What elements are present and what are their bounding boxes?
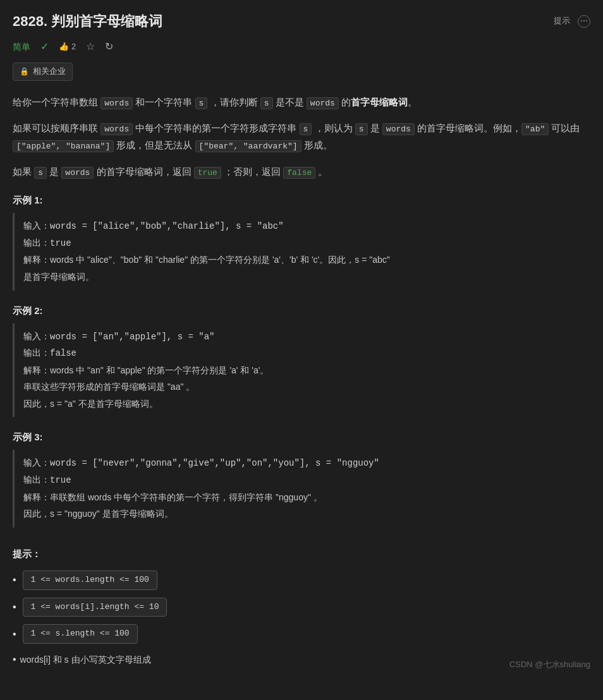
code-words-5: words xyxy=(61,167,94,179)
example-3-title: 示例 3: xyxy=(13,430,590,445)
like-count: 2 xyxy=(71,40,76,54)
example-3-explanation: 解释：串联数组 words 中每个字符串的第一个字符，得到字符串 "ngguoy… xyxy=(23,489,582,522)
example-1-title: 示例 1: xyxy=(13,193,590,208)
code-s-5: s xyxy=(34,167,47,179)
hint-code-3: 1 <= s.length <= 100 xyxy=(23,624,138,644)
thumb-up-icon: 👍 xyxy=(59,40,69,54)
bullet-2: • xyxy=(13,599,16,615)
code-false: false xyxy=(283,167,315,179)
example-1-output: 输出：true xyxy=(23,235,582,252)
example-3-exp-line2: 因此，s = "ngguoy" 是首字母缩略词。 xyxy=(23,509,173,519)
example-3: 示例 3: 输入：words = ["never","gonna","give"… xyxy=(13,430,590,527)
code-s-1: s xyxy=(195,97,208,109)
code-ab: "ab" xyxy=(521,123,549,135)
header-actions: 提示 ⋯ xyxy=(554,15,590,28)
description-para2: 如果可以按顺序串联 words 中每个字符串的第一个字符形成字符串 s ，则认为… xyxy=(13,119,590,154)
code-s-4: s xyxy=(355,123,368,135)
hint-item-2: • 1 <= words[i].length <= 10 xyxy=(13,598,590,617)
example-1-input: 输入：words = ["alice","bob","charlie"], s … xyxy=(23,218,582,235)
example-3-input: 输入：words = ["never","gonna","give","up",… xyxy=(23,455,582,472)
hint-code-1: 1 <= words.length <= 100 xyxy=(23,570,157,590)
example-2: 示例 2: 输入：words = ["an","apple"], s = "a"… xyxy=(13,303,590,418)
code-words-2: words xyxy=(307,97,339,109)
code-s-3: s xyxy=(300,123,312,135)
example-2-output: 输出：false xyxy=(23,345,582,362)
example-2-explanation: 解释：words 中 "an" 和 "apple" 的第一个字符分别是 'a' … xyxy=(23,362,582,413)
example-1-exp-line1: 解释：words 中 "alice"、"bob" 和 "charlie" 的第一… xyxy=(23,255,390,265)
example-3-exp-line1: 解释：串联数组 words 中每个字符串的第一个字符，得到字符串 "ngguoy… xyxy=(23,492,322,502)
hints-title: 提示： xyxy=(13,546,590,562)
key-term: 首字母缩略词 xyxy=(351,97,408,107)
bottom-constraint-content: words[i] 和 s 由小写英文字母组成 xyxy=(20,653,151,667)
example-2-exp-line2: 串联这些字符形成的首字母缩略词是 "aa" 。 xyxy=(23,382,195,392)
example-3-block: 输入：words = ["never","gonna","give","up",… xyxy=(13,450,590,527)
example-1-block: 输入：words = ["alice","bob","charlie"], s … xyxy=(13,213,590,290)
example-2-exp-line3: 因此，s = "a" 不是首字母缩略词。 xyxy=(23,399,158,409)
example-1-exp-line2: 是首字母缩略词。 xyxy=(23,272,94,282)
code-apple-banana: ["apple", "banana"] xyxy=(13,140,114,152)
example-2-title: 示例 2: xyxy=(13,303,590,318)
example-3-output: 输出：true xyxy=(23,472,582,489)
star-button[interactable]: ☆ xyxy=(86,39,95,55)
code-words-1: words xyxy=(100,97,133,109)
company-badge-label: 相关企业 xyxy=(33,65,66,78)
page-title: 2828. 判别首字母缩略词 xyxy=(13,10,162,32)
example-2-block: 输入：words = ["an","apple"], s = "a" 输出：fa… xyxy=(13,323,590,418)
example-2-input: 输入：words = ["an","apple"], s = "a" xyxy=(23,329,582,346)
header: 2828. 判别首字母缩略词 提示 ⋯ xyxy=(13,10,590,32)
code-s-2: s xyxy=(260,97,273,109)
hint-button[interactable]: 提示 xyxy=(554,15,570,28)
hint-item-3: • 1 <= s.length <= 100 xyxy=(13,624,590,644)
like-button[interactable]: 👍 2 xyxy=(59,40,76,54)
bullet-3: • xyxy=(13,626,16,643)
toolbar: 简单 ✓ 👍 2 ☆ ↻ xyxy=(13,39,590,55)
bottom-constraint-text: • words[i] 和 s 由小写英文字母组成 xyxy=(13,651,590,668)
hint-item-1: • 1 <= words.length <= 100 xyxy=(13,570,590,590)
company-badge[interactable]: 🔒 相关企业 xyxy=(13,63,73,81)
refresh-button[interactable]: ↻ xyxy=(105,39,113,55)
csdn-watermark: CSDN @七水shuliang xyxy=(509,658,590,672)
hints-section: 提示： • 1 <= words.length <= 100 • 1 <= wo… xyxy=(13,546,590,668)
example-1-explanation: 解释：words 中 "alice"、"bob" 和 "charlie" 的第一… xyxy=(23,251,582,285)
bullet-1: • xyxy=(13,572,16,588)
code-words-4: words xyxy=(382,123,415,135)
example-1: 示例 1: 输入：words = ["alice","bob","charlie… xyxy=(13,193,590,290)
description-para3: 如果 s 是 words 的首字母缩略词，返回 true ；否则，返回 fals… xyxy=(13,163,590,180)
menu-icon[interactable]: ⋯ xyxy=(578,15,590,28)
problem-description: 给你一个字符串数组 words 和一个字符串 s ，请你判断 s 是不是 wor… xyxy=(13,94,590,181)
difficulty-badge: 简单 xyxy=(13,40,30,54)
check-icon: ✓ xyxy=(40,39,49,55)
description-para1: 给你一个字符串数组 words 和一个字符串 s ，请你判断 s 是不是 wor… xyxy=(13,94,590,111)
lock-icon: 🔒 xyxy=(20,66,29,78)
code-true: true xyxy=(194,167,221,179)
hint-code-2: 1 <= words[i].length <= 10 xyxy=(23,598,168,617)
example-2-exp-line1: 解释：words 中 "an" 和 "apple" 的第一个字符分别是 'a' … xyxy=(23,365,269,375)
code-bear-aardvark: ["bear", "aardvark"] xyxy=(195,140,302,152)
bullet-4: • xyxy=(13,651,16,668)
code-words-3: words xyxy=(100,123,133,135)
